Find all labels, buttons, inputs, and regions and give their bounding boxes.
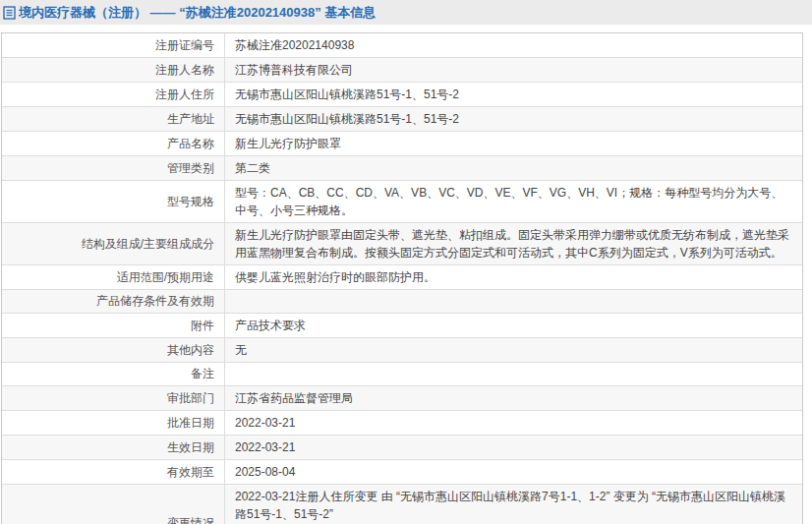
row-value: 型号：CA、CB、CC、CD、VA、VB、VC、VD、VE、VF、VG、VH、V… <box>225 181 802 222</box>
row-label-text: 生效日期 <box>167 439 214 456</box>
row-label: 变更情况 <box>2 485 225 524</box>
row-value: 2022-03-21注册人住所变更 由 “无锡市惠山区阳山镇桃溪路7号1-1、1… <box>225 485 802 524</box>
row-value <box>225 290 802 313</box>
row-value-text: 江苏博普科技有限公司 <box>235 61 353 79</box>
row-value: 新生儿光疗防护眼罩 <box>225 132 802 155</box>
table-row: 型号规格型号：CA、CB、CC、CD、VA、VB、VC、VD、VE、VF、VG、… <box>2 181 802 223</box>
row-value: 新生儿光疗防护眼罩由固定头带、遮光垫、粘扣组成。固定头带采用弹力绷带或优质无纺布… <box>225 223 802 264</box>
document-icon <box>3 6 16 20</box>
row-label: 有效期至 <box>2 460 225 484</box>
row-value: 2022-03-21 <box>225 436 802 459</box>
table-row: 附件产品技术要求 <box>2 314 802 338</box>
table-row: 产品名称新生儿光疗防护眼罩 <box>2 132 802 156</box>
row-value: 苏械注准20202140938 <box>225 33 802 57</box>
row-value-text: 第二类 <box>235 159 270 177</box>
row-value-text: 2022-03-21 <box>235 438 295 456</box>
row-label: 其他内容 <box>2 338 225 362</box>
row-value-text: 供婴儿蓝光照射治疗时的眼部防护用。 <box>235 268 435 286</box>
row-value: 无锡市惠山区阳山镇桃溪路51号-1、51号-2 <box>225 107 802 131</box>
registration-info-table: 注册证编号苏械注准20202140938注册人名称江苏博普科技有限公司注册人住所… <box>1 32 803 524</box>
row-value-text: 2022-03-21注册人住所变更 由 “无锡市惠山区阳山镇桃溪路7号1-1、1… <box>235 488 792 524</box>
row-label-text: 审批部门 <box>167 390 214 407</box>
row-value-text: 苏械注准20202140938 <box>235 36 354 54</box>
row-value <box>225 363 802 385</box>
table-row: 适用范围/预期用途供婴儿蓝光照射治疗时的眼部防护用。 <box>2 265 802 290</box>
row-label-text: 管理类别 <box>167 160 214 177</box>
row-label-text: 附件 <box>191 318 214 334</box>
page-header: 境内医疗器械（注册） —— “苏械注准20202140938” 基本信息 <box>0 0 812 25</box>
row-value-text: 无 <box>235 341 247 359</box>
row-label: 生产地址 <box>2 107 225 131</box>
row-value-text: 产品技术要求 <box>235 317 306 334</box>
row-label: 生效日期 <box>2 436 225 459</box>
row-value-text: 2025-08-04 <box>235 463 295 481</box>
row-value: 供婴儿蓝光照射治疗时的眼部防护用。 <box>225 265 802 289</box>
row-label: 审批部门 <box>2 386 225 410</box>
table-row: 结构及组成/主要组成成分新生儿光疗防护眼罩由固定头带、遮光垫、粘扣组成。固定头带… <box>2 223 802 265</box>
table-row: 生效日期2022-03-21 <box>2 436 802 460</box>
row-label: 批准日期 <box>2 411 225 435</box>
row-label-text: 型号规格 <box>167 194 214 210</box>
row-label-text: 注册证编号 <box>155 37 214 54</box>
row-label: 管理类别 <box>2 156 225 180</box>
row-label: 型号规格 <box>2 181 225 222</box>
row-label: 备注 <box>2 363 225 385</box>
table-row: 变更情况2022-03-21注册人住所变更 由 “无锡市惠山区阳山镇桃溪路7号1… <box>2 485 802 524</box>
row-label: 结构及组成/主要组成成分 <box>2 223 225 264</box>
row-value: 产品技术要求 <box>225 314 802 337</box>
row-label-text: 结构及组成/主要组成成分 <box>82 236 214 253</box>
row-value: 2022-03-21 <box>225 411 802 435</box>
table-row: 审批部门江苏省药品监督管理局 <box>2 386 802 411</box>
row-value: 江苏省药品监督管理局 <box>225 386 802 410</box>
table-row: 其他内容无 <box>2 338 802 363</box>
table-row: 产品储存条件及有效期 <box>2 290 802 314</box>
row-label-text: 生产地址 <box>167 111 214 128</box>
row-label: 注册人名称 <box>2 58 225 82</box>
row-value-line: 2022-03-21注册人住所变更 由 “无锡市惠山区阳山镇桃溪路7号1-1、1… <box>235 488 792 523</box>
row-value: 2025-08-04 <box>225 460 802 484</box>
row-label-text: 变更情况 <box>167 515 214 524</box>
row-value-text: 型号：CA、CB、CC、CD、VA、VB、VC、VD、VE、VF、VG、VH、V… <box>235 184 792 219</box>
row-value-text: 无锡市惠山区阳山镇桃溪路51号-1、51号-2 <box>235 86 459 103</box>
row-label-text: 其他内容 <box>167 342 214 359</box>
row-value: 江苏博普科技有限公司 <box>225 58 802 82</box>
row-value: 第二类 <box>225 156 802 180</box>
row-label: 产品储存条件及有效期 <box>2 290 225 313</box>
row-label-text: 备注 <box>191 366 214 382</box>
row-value: 无锡市惠山区阳山镇桃溪路51号-1、51号-2 <box>225 83 802 106</box>
row-label-text: 注册人住所 <box>155 87 214 103</box>
row-label: 附件 <box>2 314 225 337</box>
row-label: 适用范围/预期用途 <box>2 265 225 289</box>
row-value: 无 <box>225 338 802 362</box>
table-row: 批准日期2022-03-21 <box>2 411 802 436</box>
row-label-text: 批准日期 <box>167 415 214 432</box>
row-value-text: 2022-03-21 <box>235 414 295 432</box>
row-label: 注册证编号 <box>2 33 225 57</box>
page-title: 境内医疗器械（注册） —— “苏械注准20202140938” 基本信息 <box>19 4 376 22</box>
row-value-text: 新生儿光疗防护眼罩由固定头带、遮光垫、粘扣组成。固定头带采用弹力绷带或优质无纺布… <box>235 226 792 262</box>
row-label-text: 适用范围/预期用途 <box>117 269 214 286</box>
row-value-text: 无锡市惠山区阳山镇桃溪路51号-1、51号-2 <box>235 110 459 128</box>
row-label-text: 产品储存条件及有效期 <box>96 293 214 310</box>
table-row: 生产地址无锡市惠山区阳山镇桃溪路51号-1、51号-2 <box>2 107 802 132</box>
row-value-text: 江苏省药品监督管理局 <box>235 389 353 407</box>
table-row: 注册人住所无锡市惠山区阳山镇桃溪路51号-1、51号-2 <box>2 83 802 107</box>
table-row: 注册人名称江苏博普科技有限公司 <box>2 58 802 83</box>
row-label: 产品名称 <box>2 132 225 155</box>
row-label-text: 产品名称 <box>167 136 214 152</box>
table-row: 管理类别第二类 <box>2 156 802 181</box>
table-row: 备注 <box>2 363 802 386</box>
row-label-text: 注册人名称 <box>155 62 214 79</box>
table-row: 有效期至2025-08-04 <box>2 460 802 485</box>
table-row: 注册证编号苏械注准20202140938 <box>2 33 802 58</box>
row-label-text: 有效期至 <box>167 464 214 481</box>
row-label: 注册人住所 <box>2 83 225 106</box>
row-value-text: 新生儿光疗防护眼罩 <box>235 135 341 152</box>
